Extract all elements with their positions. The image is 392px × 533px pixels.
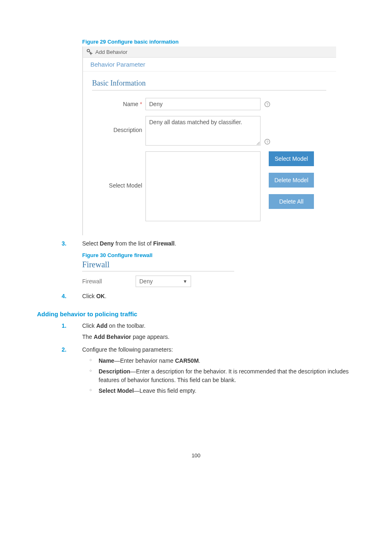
firewall-label: Firewall <box>82 278 136 285</box>
delete-model-button[interactable]: Delete Model <box>269 173 314 188</box>
step-number: 3. <box>62 239 67 248</box>
list-item: Description—Enter a description for the … <box>90 367 355 384</box>
firewall-select[interactable]: Deny ▼ <box>136 276 191 287</box>
heading-adding-behavior: Adding behavior to policing traffic <box>37 311 355 317</box>
help-icon[interactable]: ? <box>264 138 270 145</box>
select-model-listbox[interactable] <box>145 151 261 221</box>
svg-text:?: ? <box>266 139 268 144</box>
select-model-label: Select Model <box>92 151 145 189</box>
figure-30-caption: Figure 30 Configure firewall <box>82 252 355 258</box>
dialog-title: Add Behavior <box>95 49 127 55</box>
step-number: 1. <box>62 322 67 330</box>
svg-text:?: ? <box>266 102 268 106</box>
svg-rect-3 <box>91 52 92 55</box>
tab-behavior-parameter[interactable]: Behavior Parameter <box>83 58 336 72</box>
dialog-header: Add Behavior <box>83 46 336 58</box>
svg-point-0 <box>87 49 90 52</box>
list-item: Select Model—Leave this field empty. <box>90 387 355 395</box>
description-label: Description <box>92 116 145 133</box>
page-number: 100 <box>37 452 355 459</box>
delete-all-button[interactable]: Delete All <box>269 194 314 209</box>
section-basic-information: Basic Information <box>92 79 326 90</box>
step-2: 2. Configure the following parameters: N… <box>62 345 355 395</box>
step-3: 3. Select Deny from the list of Firewall… <box>62 239 355 248</box>
step-number: 4. <box>62 292 67 301</box>
step-4: 4. Click OK. <box>62 292 355 301</box>
figure-29-caption: Figure 29 Configure basic information <box>82 39 355 45</box>
select-model-button[interactable]: Select Model <box>269 151 314 166</box>
step-1: 1. Click Add on the toolbar. The Add Beh… <box>62 322 355 341</box>
firewall-select-value: Deny <box>139 278 153 285</box>
add-behavior-screenshot: Add Behavior Behavior Parameter Basic In… <box>82 46 336 235</box>
chevron-down-icon: ▼ <box>183 279 187 284</box>
help-icon[interactable]: ? <box>264 101 270 107</box>
step-number: 2. <box>62 345 67 354</box>
add-behavior-icon <box>86 49 93 55</box>
list-item: Name—Enter behavior name CAR50M. <box>90 357 355 365</box>
svg-line-1 <box>89 51 90 53</box>
name-field[interactable] <box>145 98 261 110</box>
name-label: Name * <box>92 98 145 107</box>
firewall-screenshot: Firewall Firewall Deny ▼ <box>82 260 234 287</box>
description-field[interactable]: Deny all datas matched by classifier. <box>145 116 261 146</box>
section-firewall: Firewall <box>82 260 234 271</box>
